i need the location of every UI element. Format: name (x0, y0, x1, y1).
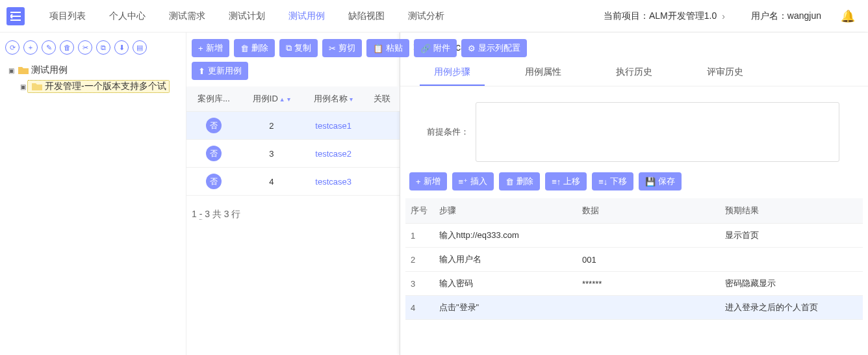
tab-2[interactable]: 执行历史 (602, 60, 667, 86)
paste-button[interactable]: 📋粘贴 (366, 39, 409, 57)
nav-item-2[interactable]: 测试需求 (157, 10, 217, 22)
col-relate[interactable]: 关联 (365, 86, 400, 112)
save-icon: 💾 (645, 177, 656, 187)
step-row[interactable]: 2输入用户名001 (405, 248, 863, 272)
copy-icon[interactable]: ⧉ (96, 40, 110, 55)
col-library[interactable]: 案例库... (186, 86, 241, 112)
tree-panel: ⟳ + ✎ 🗑 ✂ ⧉ ⬇ ▤ ▣ 测试用例 ▣ 开发管理-一个版本支持多个试 (0, 33, 186, 355)
case-name-link[interactable]: testcase1 (315, 121, 351, 131)
col-casename[interactable]: 用例名称▾ (302, 86, 365, 112)
tree-child-label: 开发管理-一个版本支持多个试 (45, 81, 166, 92)
sort-icon[interactable]: ▲ (279, 96, 285, 103)
menu-toggle-icon[interactable] (6, 7, 25, 25)
step-row[interactable]: 4点击"登录"进入登录之后的个人首页 (405, 296, 863, 320)
step-text[interactable]: 点击"登录" (434, 296, 577, 320)
step-data[interactable] (577, 224, 720, 248)
step-data[interactable]: 001 (577, 248, 720, 272)
insert-icon: ≡⁺ (459, 177, 468, 187)
step-data[interactable]: ****** (577, 272, 720, 296)
filter-icon[interactable]: ▾ (287, 96, 290, 103)
table-row[interactable]: 否3testcase2 (186, 140, 400, 168)
case-name-link[interactable]: testcase2 (315, 149, 351, 159)
add-icon[interactable]: + (23, 40, 38, 55)
trash-icon: 🗑 (240, 44, 249, 53)
step-text[interactable]: 输入http://eq333.com (434, 224, 577, 248)
refresh-icon[interactable]: ⟳ (5, 40, 19, 55)
nav-item-0[interactable]: 项目列表 (38, 10, 97, 22)
edit-icon[interactable]: ✎ (42, 40, 56, 55)
upload-icon: ⬆ (198, 66, 205, 76)
plus-icon: + (198, 44, 203, 53)
delete-icon[interactable]: 🗑 (60, 40, 74, 55)
step-delete-button[interactable]: 🗑删除 (499, 172, 540, 191)
step-idx: 1 (405, 224, 434, 248)
nav-item-6[interactable]: 测试分析 (396, 10, 456, 22)
step-text[interactable]: 输入密码 (434, 272, 577, 296)
case-id: 2 (241, 112, 302, 140)
current-project-label[interactable]: 当前项目：ALM开发管理1.0 (604, 10, 717, 22)
nav-item-1[interactable]: 个人中心 (97, 10, 157, 22)
filter-icon[interactable]: ▾ (350, 96, 353, 103)
tree-root-label: 测试用例 (31, 64, 68, 76)
col-step[interactable]: 步骤 (434, 198, 577, 224)
export-icon[interactable]: ⬇ (114, 40, 129, 55)
down-icon: ≡↓ (598, 177, 607, 187)
nav-item-3[interactable]: 测试计划 (217, 10, 277, 22)
library-badge: 否 (206, 174, 222, 189)
cut-button[interactable]: ✂剪切 (322, 39, 362, 57)
chevron-right-icon[interactable]: › (722, 11, 725, 21)
case-name-link[interactable]: testcase3 (315, 177, 351, 187)
col-step-idx[interactable]: 序号 (405, 198, 434, 224)
step-data[interactable] (577, 296, 720, 320)
step-toolbar: +新增 ≡⁺插入 🗑删除 ≡↑上移 ≡↓下移 💾保存 (400, 168, 868, 194)
step-expect[interactable]: 进入登录之后的个人首页 (720, 296, 863, 320)
top-nav: 项目列表个人中心测试需求测试计划测试用例缺陷视图测试分析 当前项目：ALM开发管… (0, 0, 868, 33)
precondition-input[interactable] (476, 102, 839, 162)
library-badge: 否 (206, 118, 222, 133)
bell-icon[interactable]: 🔔 (841, 9, 855, 23)
step-expect[interactable] (720, 248, 863, 272)
case-table: 案例库... 用例ID▲▾ 用例名称▾ 关联 否2testcase1否3test… (186, 86, 400, 196)
copy-button[interactable]: ⧉复制 (279, 39, 318, 57)
step-row[interactable]: 1输入http://eq333.com显示首页 (405, 224, 863, 248)
step-idx: 2 (405, 248, 434, 272)
col-caseid[interactable]: 用例ID▲▾ (241, 86, 302, 112)
library-badge: 否 (206, 146, 222, 161)
step-expect[interactable]: 显示首页 (720, 224, 863, 248)
step-idx: 3 (405, 272, 434, 296)
step-text[interactable]: 输入用户名 (434, 248, 577, 272)
step-row[interactable]: 3输入密码******密码隐藏显示 (405, 272, 863, 296)
refresh-cases-button[interactable]: ⬆更新用例 (192, 62, 248, 80)
precondition-label: 前提条件： (417, 126, 469, 138)
case-toolbar: +新增 🗑删除 ⧉复制 ✂剪切 📋粘贴 🔗附件 ⚙显示列配置 ⬆更新用例 (186, 33, 589, 86)
table-row[interactable]: 否2testcase1 (186, 112, 400, 140)
username-label: 用户名：wangjun (751, 10, 821, 22)
nav-item-4[interactable]: 测试用例 (277, 10, 337, 22)
trash-icon: 🗑 (505, 177, 514, 187)
folder-open-icon (32, 82, 42, 91)
cut-icon: ✂ (329, 44, 336, 53)
minus-icon[interactable]: ▣ (6, 67, 16, 74)
attach-button[interactable]: 🔗附件 (414, 39, 457, 57)
tab-3[interactable]: 评审历史 (693, 60, 758, 86)
col-expect[interactable]: 预期结果 (720, 198, 863, 224)
delete-button[interactable]: 🗑删除 (234, 39, 275, 57)
columns-button[interactable]: ⚙显示列配置 (461, 39, 527, 57)
step-expect[interactable]: 密码隐藏显示 (720, 272, 863, 296)
step-up-button[interactable]: ≡↑上移 (545, 172, 587, 191)
col-data[interactable]: 数据 (577, 198, 720, 224)
step-save-button[interactable]: 💾保存 (639, 172, 682, 191)
step-insert-button[interactable]: ≡⁺插入 (452, 172, 494, 191)
cut-icon[interactable]: ✂ (78, 40, 92, 55)
tree-root[interactable]: ▣ 测试用例 (6, 62, 182, 78)
add-button[interactable]: +新增 (192, 39, 229, 57)
attach-icon: 🔗 (420, 44, 431, 53)
minus-icon[interactable]: ▣ (18, 83, 27, 90)
paste-icon[interactable]: ▤ (133, 40, 147, 55)
case-id: 3 (241, 140, 302, 168)
tree-child[interactable]: ▣ 开发管理-一个版本支持多个试 (18, 78, 182, 95)
step-add-button[interactable]: +新增 (409, 172, 447, 191)
nav-item-5[interactable]: 缺陷视图 (337, 10, 396, 22)
table-row[interactable]: 否4testcase3 (186, 168, 400, 196)
step-down-button[interactable]: ≡↓下移 (592, 172, 633, 191)
